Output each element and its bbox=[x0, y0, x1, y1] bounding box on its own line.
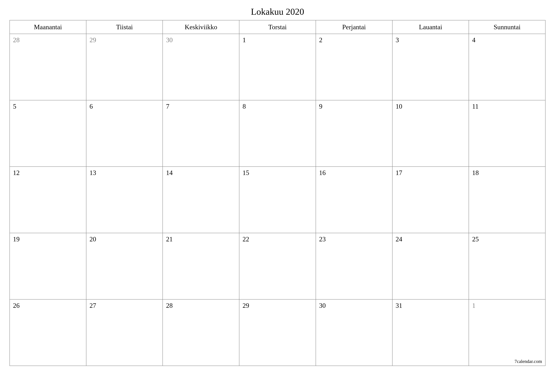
day-cell: 3 bbox=[392, 34, 469, 100]
day-number: 6 bbox=[89, 103, 93, 110]
day-cell: 27 bbox=[86, 299, 163, 366]
calendar-row: 26 27 28 29 30 31 1 7calendar.com bbox=[10, 299, 545, 366]
day-number: 1 bbox=[242, 36, 246, 44]
weekday-header: Lauantai bbox=[392, 20, 469, 34]
day-cell: 10 bbox=[392, 100, 469, 167]
day-number: 31 bbox=[396, 302, 402, 309]
day-number: 13 bbox=[89, 169, 96, 176]
day-cell: 26 bbox=[10, 299, 86, 366]
day-number: 16 bbox=[319, 169, 326, 176]
day-number: 15 bbox=[242, 169, 249, 176]
day-cell: 4 bbox=[469, 34, 545, 100]
day-number: 24 bbox=[396, 235, 402, 243]
day-cell: 28 bbox=[163, 299, 239, 366]
day-cell: 9 bbox=[316, 100, 392, 167]
day-cell: 14 bbox=[163, 167, 239, 233]
day-number: 5 bbox=[13, 103, 16, 110]
day-number: 1 bbox=[472, 302, 475, 309]
day-cell: 30 bbox=[163, 34, 239, 100]
calendar-title: Lokakuu 2020 bbox=[9, 6, 546, 17]
day-cell: 30 bbox=[316, 299, 392, 366]
calendar-row: 28 29 30 1 2 3 4 bbox=[10, 34, 545, 100]
day-cell: 23 bbox=[316, 233, 392, 299]
day-number: 30 bbox=[166, 36, 173, 44]
day-cell: 21 bbox=[163, 233, 239, 299]
day-cell: 31 bbox=[392, 299, 469, 366]
day-cell: 1 7calendar.com bbox=[469, 299, 545, 366]
day-number: 28 bbox=[166, 302, 173, 309]
day-number: 17 bbox=[396, 169, 402, 176]
day-cell: 7 bbox=[163, 100, 239, 167]
day-cell: 19 bbox=[10, 233, 86, 299]
calendar-row: 19 20 21 22 23 24 25 bbox=[10, 233, 545, 299]
weekday-header-row: Maanantai Tiistai Keskiviikko Torstai Pe… bbox=[10, 20, 545, 34]
source-credit: 7calendar.com bbox=[514, 359, 542, 364]
day-cell: 6 bbox=[86, 100, 163, 167]
day-cell: 8 bbox=[239, 100, 316, 167]
day-cell: 16 bbox=[316, 167, 392, 233]
day-number: 22 bbox=[242, 235, 249, 243]
day-number: 2 bbox=[319, 36, 322, 44]
day-cell: 25 bbox=[469, 233, 545, 299]
weekday-header: Keskiviikko bbox=[163, 20, 239, 34]
day-number: 3 bbox=[396, 36, 399, 44]
day-number: 4 bbox=[472, 36, 475, 44]
day-number: 23 bbox=[319, 235, 326, 243]
day-cell: 5 bbox=[10, 100, 86, 167]
day-number: 7 bbox=[166, 103, 169, 110]
day-number: 21 bbox=[166, 235, 173, 243]
day-number: 20 bbox=[89, 235, 96, 243]
calendar-row: 12 13 14 15 16 17 18 bbox=[10, 167, 545, 233]
day-number: 9 bbox=[319, 103, 322, 110]
day-cell: 24 bbox=[392, 233, 469, 299]
day-number: 25 bbox=[472, 235, 479, 243]
weekday-header: Perjantai bbox=[316, 20, 392, 34]
day-number: 26 bbox=[13, 302, 20, 309]
day-number: 30 bbox=[319, 302, 326, 309]
day-number: 27 bbox=[89, 302, 96, 309]
day-cell: 11 bbox=[469, 100, 545, 167]
calendar-body: 28 29 30 1 2 3 4 5 6 7 8 9 10 11 12 13 1… bbox=[10, 34, 545, 366]
day-number: 14 bbox=[166, 169, 173, 176]
day-cell: 18 bbox=[469, 167, 545, 233]
weekday-header: Maanantai bbox=[10, 20, 86, 34]
day-number: 10 bbox=[396, 103, 402, 110]
day-cell: 28 bbox=[10, 34, 86, 100]
day-cell: 17 bbox=[392, 167, 469, 233]
day-cell: 12 bbox=[10, 167, 86, 233]
day-cell: 29 bbox=[239, 299, 316, 366]
day-number: 19 bbox=[13, 235, 20, 243]
day-cell: 1 bbox=[239, 34, 316, 100]
weekday-header: Torstai bbox=[239, 20, 316, 34]
day-number: 28 bbox=[13, 36, 20, 44]
calendar-grid: Maanantai Tiistai Keskiviikko Torstai Pe… bbox=[9, 20, 546, 366]
day-number: 8 bbox=[242, 103, 246, 110]
day-number: 29 bbox=[89, 36, 96, 44]
day-number: 11 bbox=[472, 103, 478, 110]
day-cell: 15 bbox=[239, 167, 316, 233]
day-number: 18 bbox=[472, 169, 479, 176]
weekday-header: Sunnuntai bbox=[469, 20, 545, 34]
calendar-row: 5 6 7 8 9 10 11 bbox=[10, 100, 545, 167]
day-number: 12 bbox=[13, 169, 20, 176]
day-cell: 20 bbox=[86, 233, 163, 299]
weekday-header: Tiistai bbox=[86, 20, 163, 34]
day-cell: 22 bbox=[239, 233, 316, 299]
day-cell: 2 bbox=[316, 34, 392, 100]
day-cell: 29 bbox=[86, 34, 163, 100]
day-number: 29 bbox=[242, 302, 249, 309]
day-cell: 13 bbox=[86, 167, 163, 233]
